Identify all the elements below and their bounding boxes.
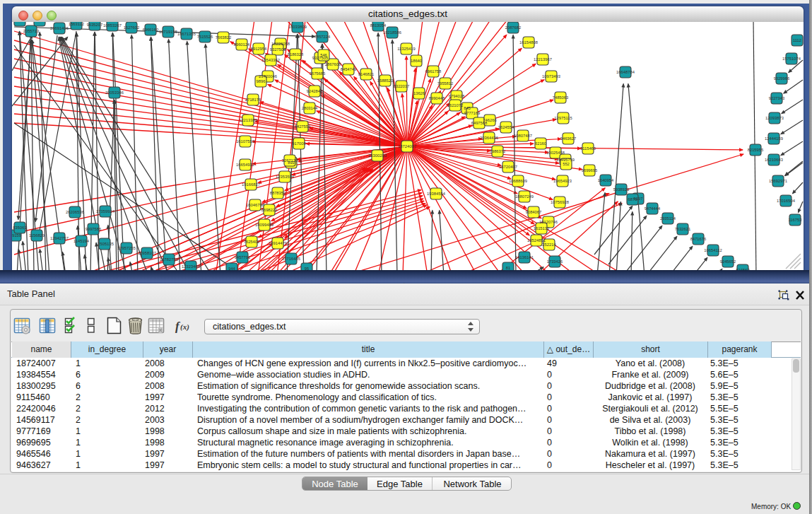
svg-text:1112: 1112: [793, 38, 801, 42]
svg-text:8912954: 8912954: [251, 47, 267, 51]
svg-text:19654923: 19654923: [553, 179, 572, 183]
svg-text:7625402: 7625402: [244, 240, 260, 244]
svg-text:1615132: 1615132: [534, 226, 550, 230]
svg-text:552: 552: [563, 162, 570, 166]
svg-text:252214: 252214: [542, 243, 556, 247]
svg-text:7485063: 7485063: [553, 95, 569, 100]
svg-text:746266: 746266: [483, 118, 496, 122]
svg-text:11325419: 11325419: [397, 47, 415, 51]
svg-text:1621072: 1621072: [447, 103, 464, 107]
svg-text:8698222: 8698222: [261, 208, 278, 212]
svg-text:9242848: 9242848: [307, 89, 323, 93]
svg-text:3675685: 3675685: [310, 71, 326, 76]
svg-text:10120746: 10120746: [539, 220, 558, 224]
svg-text:8454749: 8454749: [341, 67, 357, 71]
svg-text:10756928: 10756928: [551, 200, 569, 204]
svg-text:6873: 6873: [628, 197, 637, 201]
svg-text:13626: 13626: [413, 91, 425, 95]
svg-text:8960124: 8960124: [234, 42, 250, 47]
svg-text:2087682: 2087682: [505, 25, 522, 30]
svg-text:9227343: 9227343: [769, 96, 785, 100]
svg-text:12213967: 12213967: [534, 57, 552, 62]
svg-text:9699695: 9699695: [582, 168, 598, 173]
svg-text:546: 546: [320, 53, 327, 57]
svg-text:16543362: 16543362: [261, 58, 280, 62]
svg-text:3624554: 3624554: [498, 125, 514, 129]
svg-text:17016504: 17016504: [777, 199, 796, 203]
svg-text:917006: 917006: [292, 141, 305, 146]
svg-text:8427552: 8427552: [295, 124, 311, 129]
svg-text:6794028: 6794028: [449, 94, 465, 98]
svg-text:12975115: 12975115: [554, 116, 572, 120]
svg-text:9474444: 9474444: [645, 206, 661, 211]
svg-text:16648784: 16648784: [616, 70, 635, 74]
svg-text:12213389: 12213389: [239, 118, 257, 122]
svg-text:18640: 18640: [411, 59, 422, 63]
svg-text:18724007: 18724007: [398, 144, 416, 148]
svg-text:14136141: 14136141: [515, 255, 534, 259]
svg-text:2935114: 2935114: [660, 216, 676, 221]
svg-text:15692971: 15692971: [769, 179, 787, 183]
svg-text:10807487: 10807487: [514, 134, 532, 138]
svg-text:12353594: 12353594: [276, 175, 295, 179]
svg-text:18226058: 18226058: [271, 42, 290, 46]
svg-text:8878352: 8878352: [270, 191, 286, 195]
svg-text:10973493: 10973493: [542, 74, 560, 78]
svg-text:845: 845: [464, 106, 471, 110]
svg-text:7857224: 7857224: [314, 35, 331, 39]
svg-text:8471676: 8471676: [690, 237, 707, 241]
svg-text:8813054: 8813054: [370, 23, 387, 28]
svg-text:10025458: 10025458: [546, 151, 565, 155]
svg-text:15720407: 15720407: [499, 165, 517, 169]
svg-text:62160: 62160: [535, 141, 546, 146]
svg-text:9115460: 9115460: [580, 146, 596, 151]
svg-text:9463627: 9463627: [560, 136, 577, 141]
svg-text:(x): (x): [180, 322, 189, 332]
svg-text:16033809: 16033809: [288, 25, 307, 29]
svg-text:9777169: 9777169: [464, 111, 481, 115]
svg-text:7663822: 7663822: [216, 35, 232, 40]
svg-text:1640954: 1640954: [598, 178, 614, 182]
svg-text:9084067: 9084067: [526, 210, 542, 214]
svg-text:8322037: 8322037: [394, 84, 410, 88]
svg-text:12093873: 12093873: [765, 116, 784, 120]
svg-text:18807249: 18807249: [515, 194, 534, 199]
svg-text:15751074: 15751074: [782, 57, 801, 61]
svg-text:9457791: 9457791: [235, 255, 251, 259]
svg-text:16154808: 16154808: [519, 40, 538, 45]
svg-text:2867608: 2867608: [325, 62, 341, 66]
svg-text:20364436: 20364436: [480, 136, 498, 140]
svg-text:19166827: 19166827: [242, 182, 260, 187]
svg-text:9329966: 9329966: [774, 76, 790, 81]
svg-text:10654112: 10654112: [704, 248, 722, 252]
svg-text:9146821: 9146821: [358, 72, 375, 76]
svg-text:8215955: 8215955: [748, 148, 764, 152]
svg-text:3267130: 3267130: [282, 158, 298, 163]
svg-text:7955812: 7955812: [437, 81, 454, 86]
svg-text:16107553: 16107553: [236, 139, 254, 144]
svg-text:8990448: 8990448: [429, 96, 445, 100]
svg-text:12444159: 12444159: [765, 136, 783, 141]
svg-text:16210643: 16210643: [765, 158, 783, 162]
svg-text:25300203: 25300203: [368, 153, 387, 158]
svg-text:16654932: 16654932: [236, 163, 254, 167]
svg-text:16914479: 16914479: [269, 241, 287, 245]
svg-text:8186328: 8186328: [288, 52, 304, 57]
svg-text:1733426: 1733426: [547, 259, 563, 264]
svg-text:16046798: 16046798: [246, 203, 264, 207]
svg-text:7632621: 7632621: [675, 227, 691, 231]
svg-text:1588520: 1588520: [377, 78, 394, 83]
svg-text:9896: 9896: [257, 79, 266, 83]
svg-text:2718176: 2718176: [245, 98, 261, 102]
svg-text:2803144: 2803144: [302, 106, 318, 110]
svg-text:23420046: 23420046: [259, 74, 277, 78]
svg-text:116753: 116753: [789, 218, 802, 222]
svg-text:10688609: 10688609: [509, 179, 527, 183]
svg-text:14099489: 14099489: [255, 223, 273, 227]
svg-text:15716485: 15716485: [282, 257, 300, 261]
svg-text:19218586: 19218586: [383, 30, 401, 35]
svg-text:6961758: 6961758: [425, 69, 442, 74]
svg-text:19384554: 19384554: [427, 192, 446, 196]
svg-text:9327503: 9327503: [270, 47, 286, 52]
svg-text:81: 81: [506, 266, 510, 270]
